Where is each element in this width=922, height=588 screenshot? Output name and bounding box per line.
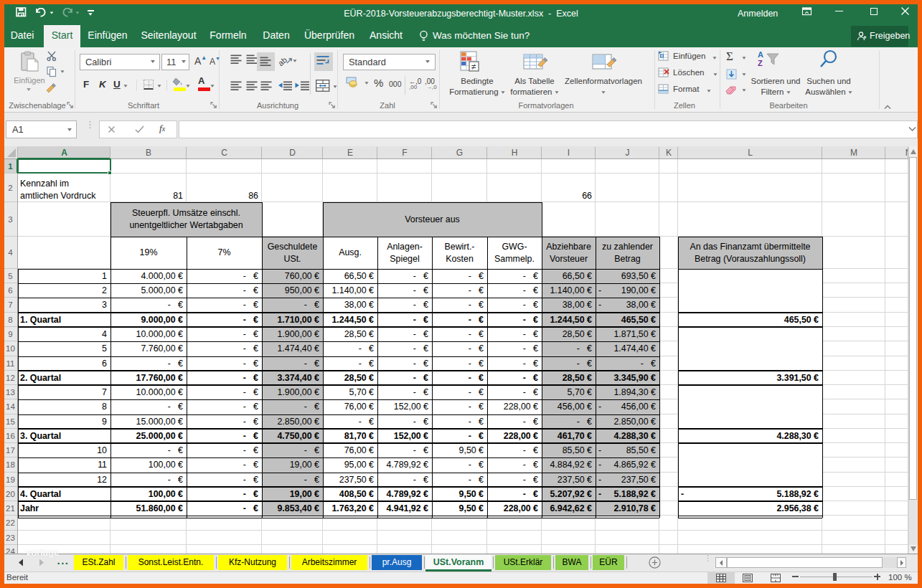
- svg-text:≠: ≠: [471, 62, 476, 72]
- svg-text:ab: ab: [279, 55, 288, 67]
